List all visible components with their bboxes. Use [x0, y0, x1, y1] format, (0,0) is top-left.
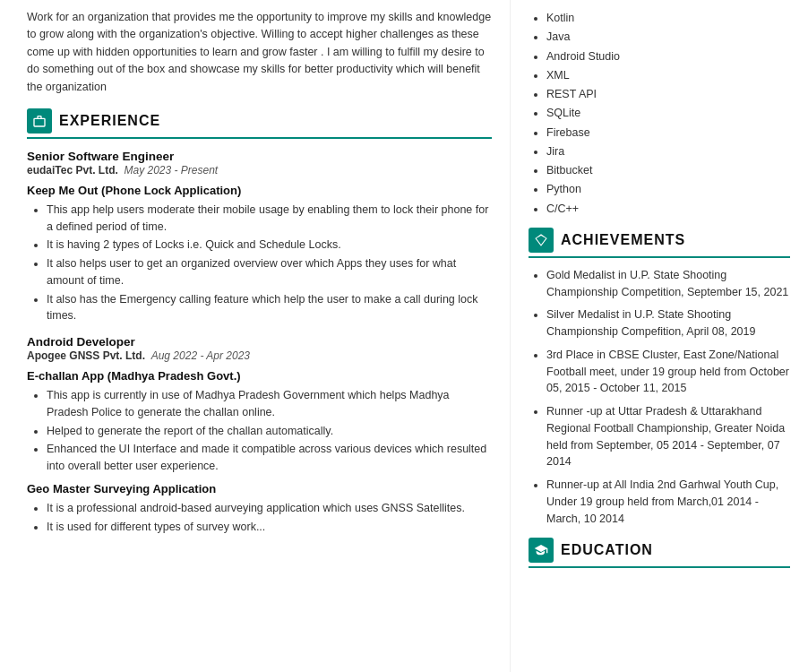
right-column: Kotlin Java Android Studio XML REST API …	[511, 0, 808, 672]
education-title: EDUCATION	[561, 542, 653, 558]
company-1: eudaiTec Pvt. Ltd.	[27, 164, 118, 177]
achievement-item: 3rd Place in CBSE Cluster, East Zone/Nat…	[546, 347, 790, 397]
briefcase-icon	[32, 114, 47, 128]
job-meta-2: Apogee GNSS Pvt. Ltd. Aug 2022 - Apr 202…	[27, 349, 492, 362]
education-icon	[529, 538, 554, 563]
job-meta-1: eudaiTec Pvt. Ltd. May 2023 - Present	[27, 164, 492, 177]
skill-item: REST API	[546, 85, 790, 104]
job-entry-1: Senior Software Engineer eudaiTec Pvt. L…	[27, 150, 492, 324]
experience-section-header: EXPERIENCE	[27, 108, 492, 139]
bullet-item: Helped to generate the report of the cha…	[47, 423, 492, 440]
bullet-item: It is having 2 types of Locks i.e. Quick…	[47, 237, 492, 254]
dates-2: Aug 2022 - Apr 2023	[151, 349, 250, 362]
skill-item: XML	[546, 66, 790, 85]
achievement-item: Silver Medalist in U.P. State Shooting C…	[546, 306, 790, 340]
app-bullets-2-1: It is a professional android-based aurve…	[27, 500, 492, 536]
skill-item: Jira	[546, 142, 790, 161]
bullet-item: It also helps user to get an organized o…	[47, 255, 492, 289]
job-entry-2: Android Developer Apogee GNSS Pvt. Ltd. …	[27, 335, 492, 535]
app-name-2-0: E-challan App (Madhya Pradesh Govt.)	[27, 369, 492, 383]
app-name-1-0: Keep Me Out (Phone Lock Application)	[27, 184, 492, 197]
achievements-section-header: ACHIEVEMENTS	[529, 228, 790, 258]
graduation-icon	[534, 543, 548, 557]
skill-item: C/C++	[546, 200, 790, 219]
achievements-icon	[529, 228, 554, 253]
achievements-title: ACHIEVEMENTS	[561, 232, 685, 248]
skill-item: Python	[546, 180, 790, 199]
education-section-header: EDUCATION	[529, 538, 790, 568]
skill-item: SQLite	[546, 104, 790, 123]
bullet-item: This app help users moderate their mobil…	[47, 202, 492, 236]
achievement-item: Runner -up at Uttar Pradesh & Uttarakhan…	[546, 403, 790, 470]
company-2: Apogee GNSS Pvt. Ltd.	[27, 349, 145, 362]
bullet-item: It is a professional android-based aurve…	[47, 500, 492, 517]
achievement-item: Gold Medalist in U.P. State Shooting Cha…	[546, 267, 790, 301]
dates-1: May 2023 - Present	[124, 164, 218, 177]
app-bullets-1-0: This app help users moderate their mobil…	[27, 202, 492, 324]
bullet-item: It is used for different types of survey…	[47, 519, 492, 536]
education-section: EDUCATION	[529, 538, 790, 568]
job-title-2: Android Developer	[27, 335, 492, 349]
skill-item: Java	[546, 28, 790, 47]
bullet-item: This app is currently in use of Madhya P…	[47, 387, 492, 421]
skill-item: Firebase	[546, 124, 790, 142]
left-column: Work for an organization that provides m…	[0, 0, 511, 672]
achievements-list: Gold Medalist in U.P. State Shooting Cha…	[529, 267, 790, 528]
experience-title: EXPERIENCE	[59, 113, 160, 129]
experience-icon	[27, 108, 52, 134]
skill-item: Android Studio	[546, 47, 790, 66]
achievement-item: Runner-up at All India 2nd Garhwal Youth…	[546, 477, 790, 527]
diamond-icon	[534, 233, 548, 247]
bullet-item: Enhanced the UI Interface and made it co…	[47, 441, 492, 475]
bullet-item: It also has the Emergency calling featur…	[47, 291, 492, 325]
app-bullets-2-0: This app is currently in use of Madhya P…	[27, 387, 492, 475]
skill-item: Kotlin	[546, 9, 790, 28]
objective-text: Work for an organization that provides m…	[27, 9, 492, 96]
skills-list: Kotlin Java Android Studio XML REST API …	[529, 9, 790, 219]
skill-item: Bitbucket	[546, 161, 790, 180]
app-name-2-1: Geo Master Surveying Application	[27, 482, 492, 495]
job-title-1: Senior Software Engineer	[27, 150, 492, 163]
